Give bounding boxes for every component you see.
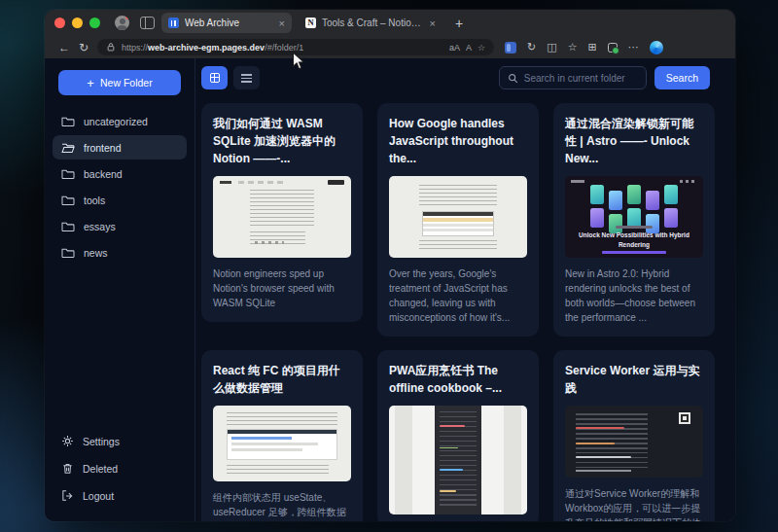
add-favorite-star-icon[interactable]: ☆ <box>477 43 485 53</box>
address-bar[interactable]: https://web-archive-egm.pages.dev/#/fold… <box>97 39 494 55</box>
new-tab-button[interactable]: + <box>455 16 463 31</box>
logout-label: Logout <box>83 490 114 502</box>
folder-open-icon <box>61 142 75 154</box>
thumb-button <box>328 180 344 185</box>
new-folder-label: New Folder <box>100 77 153 89</box>
card-thumbnail <box>213 406 351 481</box>
thumb-text-lines <box>419 240 497 252</box>
folder-list: uncategorized frontend backend tools <box>45 105 194 429</box>
tab-switcher-icon[interactable] <box>140 17 155 29</box>
web-archive-favicon <box>168 18 179 28</box>
card-description: Notion engineers sped up Notion's browse… <box>213 266 351 310</box>
sidebar-item-essays[interactable]: essays <box>53 214 187 238</box>
read-aloud-icon[interactable]: A <box>466 43 472 53</box>
close-window-button[interactable] <box>54 18 65 28</box>
card-title: React 纯 FC 的项目用什么做数据管理 <box>213 362 351 397</box>
minimize-window-button[interactable] <box>72 18 83 28</box>
sidebar-item-deleted[interactable]: Deleted <box>53 456 187 480</box>
card-thumbnail <box>213 176 351 258</box>
sidebar-item-uncategorized[interactable]: uncategorized <box>53 109 187 133</box>
folder-label: frontend <box>84 142 122 154</box>
archive-card[interactable]: PWA应用烹饪书 The offline cookbook –... <box>377 350 539 521</box>
search-input[interactable] <box>524 73 638 84</box>
tab-notion-blog[interactable]: N Tools & Craft – Notion Blog × <box>299 13 442 33</box>
more-options-icon[interactable]: ⋯ <box>628 42 639 53</box>
sidebar-item-news[interactable]: news <box>53 240 187 265</box>
search-button[interactable]: Search <box>654 66 710 89</box>
web-archive-app: + New Folder uncategorized frontend back… <box>45 58 735 521</box>
folder-label: backend <box>84 168 123 180</box>
tab-web-archive[interactable]: Web Archive × <box>161 13 292 33</box>
card-thumbnail <box>565 406 703 478</box>
thumb-announce-pill <box>616 226 653 229</box>
maximize-window-button[interactable] <box>89 18 100 28</box>
archive-card[interactable]: How Google handles JavaScript throughout… <box>377 103 539 337</box>
folder-label: uncategorized <box>84 116 148 127</box>
thumb-link-bar <box>602 251 666 255</box>
folder-label: tools <box>84 195 105 206</box>
toolbar-icon-cluster: ↻ ◫ ☆ ⊞ ⋯ <box>505 41 663 54</box>
split-screen-icon[interactable]: ◫ <box>547 42 556 53</box>
history-icon[interactable]: ↻ <box>527 42 536 53</box>
sidebar-item-logout[interactable]: Logout <box>53 483 187 508</box>
thumb-nav <box>238 181 283 184</box>
folder-icon <box>61 221 75 232</box>
view-toggle-group <box>201 66 260 89</box>
thumb-logo <box>571 180 584 183</box>
tab-title: Web Archive <box>185 18 273 28</box>
folder-label: news <box>84 247 108 259</box>
extensions-icon[interactable] <box>608 43 618 53</box>
card-grid: 我们如何通过 WASM SQLite 加速浏览器中的 Notion ——-...… <box>195 97 735 521</box>
sidebar-item-settings[interactable]: Settings <box>53 429 187 453</box>
card-thumbnail <box>389 176 527 258</box>
card-thumbnail <box>389 406 527 514</box>
browser-tab-bar: Web Archive × N Tools & Craft – Notion B… <box>45 10 735 36</box>
card-title: PWA应用烹饪书 The offline cookbook –... <box>389 362 527 397</box>
profile-avatar[interactable] <box>115 16 129 30</box>
thumb-screenshot <box>227 429 337 460</box>
sidebar-item-backend[interactable]: backend <box>53 161 187 186</box>
back-icon[interactable]: ← <box>58 42 70 53</box>
archive-card[interactable]: Service Worker 运用与实践 通过对Service Worker的理… <box>553 350 715 521</box>
thumb-screenshot <box>422 211 494 236</box>
copilot-icon[interactable] <box>650 41 663 54</box>
folder-icon <box>61 195 75 206</box>
translate-icon[interactable]: aA <box>449 43 460 53</box>
desktop-wallpaper: Web Archive × N Tools & Craft – Notion B… <box>0 0 778 532</box>
main-header: Search <box>195 58 735 97</box>
thumb-pager <box>255 241 284 244</box>
card-description: Over the years, Google's treatment of Ja… <box>389 266 527 325</box>
folder-icon <box>61 116 75 127</box>
new-folder-button[interactable]: + New Folder <box>58 70 181 95</box>
screenshot-icon[interactable]: ⊞ <box>588 42 597 53</box>
tab-title: Tools & Craft – Notion Blog <box>322 18 424 28</box>
sidebar-item-tools[interactable]: tools <box>53 188 187 212</box>
thumb-code-lines <box>576 413 648 468</box>
sidebar: + New Folder uncategorized frontend back… <box>45 58 194 521</box>
deleted-label: Deleted <box>83 463 118 475</box>
settings-label: Settings <box>83 436 120 447</box>
search-icon <box>508 73 518 84</box>
refresh-icon[interactable]: ↻ <box>79 42 88 53</box>
list-view-button[interactable] <box>233 66 260 89</box>
grid-view-button[interactable] <box>201 66 228 89</box>
archive-card[interactable]: 通过混合渲染解锁新可能性 | Astro ——- Unlock New... <box>553 103 715 337</box>
archive-card[interactable]: 我们如何通过 WASM SQLite 加速浏览器中的 Notion ——-...… <box>201 103 363 322</box>
archive-card[interactable]: React 纯 FC 的项目用什么做数据管理 组件内部状态用 useState、… <box>201 350 363 521</box>
grid-icon <box>210 73 220 83</box>
card-title: Service Worker 运用与实践 <box>565 362 703 397</box>
sidebar-item-frontend[interactable]: frontend <box>53 135 187 160</box>
browser-toolbar: ← ↻ https://web-archive-egm.pages.dev/#/… <box>45 36 735 58</box>
card-description: New in Astro 2.0: Hybrid rendering unloc… <box>565 266 703 325</box>
close-tab-icon[interactable]: × <box>430 18 436 29</box>
thumb-text-lines <box>419 185 497 206</box>
gear-icon <box>61 435 74 447</box>
trash-icon <box>61 462 74 475</box>
close-tab-icon[interactable]: × <box>279 18 285 29</box>
thumb-caption: Unlock New Possibilities with Hybrid Ren… <box>569 231 699 250</box>
card-title: How Google handles JavaScript throughout… <box>389 115 527 167</box>
workspaces-icon[interactable] <box>505 42 516 53</box>
search-box <box>499 66 647 89</box>
favorites-bar-icon[interactable]: ☆ <box>568 42 578 53</box>
thumb-side-column <box>395 406 412 514</box>
